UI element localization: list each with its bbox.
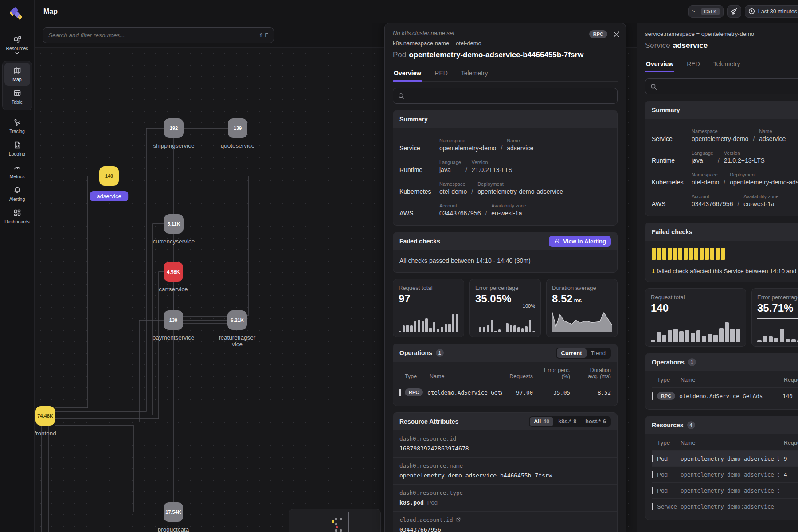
tab-red[interactable]: RED <box>686 57 701 72</box>
resource-attribute[interactable]: dash0.resource.nameopentelemetry-demo-ad… <box>393 457 617 484</box>
map-node-productcatalog[interactable]: 17.54K <box>164 502 183 522</box>
field-value: 034437667956 <box>439 210 481 217</box>
map-node-shippingservice[interactable]: 192 <box>164 118 184 138</box>
field-key: Namespace <box>439 181 467 187</box>
operation-row[interactable]: RPC oteldemo.AdService GetAds 140 <box>652 387 798 404</box>
chart-bar <box>406 325 409 332</box>
map-node-label: featureflagservice <box>206 334 268 348</box>
resource-attribute[interactable]: dash0.resource.id16879839242863974678 <box>393 430 617 457</box>
sidebar-item-logging[interactable]: Logging <box>3 137 32 160</box>
field-value: opentelemetry-demo <box>439 145 496 152</box>
operation-row[interactable]: RPC oteldemo.AdService GetAds 97.00 35.0… <box>399 384 611 400</box>
failed-count: 1 <box>652 268 655 274</box>
tab-red[interactable]: RED <box>434 66 449 81</box>
field-separator: / <box>471 188 473 195</box>
map-node-label: quoteservice <box>207 142 269 149</box>
operations-table: Type Name Requests RPC oteldemo.AdServic… <box>645 371 798 409</box>
map-node-frontend[interactable]: 74.48K <box>35 406 55 426</box>
summary-fields: Namespaceopentelemetry-demo/Nameadservic… <box>692 129 786 142</box>
map-node-featureflagservice[interactable]: 6.21K <box>227 310 247 330</box>
sidebar-item-resources[interactable]: Resources <box>3 32 32 58</box>
sidebar-item-dashboards[interactable]: Dashboards <box>3 205 32 228</box>
map-node-currencyservice[interactable]: 5.11K <box>164 214 184 234</box>
col-error-perc: Error perc. (%) <box>542 367 570 379</box>
tracing-icon <box>13 118 22 127</box>
summary-field: Version21.0.2+13-LTS <box>472 160 512 173</box>
pod-panel-corner: RPC <box>589 30 619 38</box>
close-button[interactable] <box>614 31 619 37</box>
minimap-node-dot <box>335 518 337 520</box>
sidebar-item-metrics[interactable]: Metrics <box>3 160 32 183</box>
minimap-node-dot <box>335 529 337 532</box>
summary-field: Availability zoneeu-west-1a <box>491 203 526 217</box>
service-search-box[interactable] <box>645 78 798 94</box>
command-palette-button[interactable]: >_ Ctrl K <box>688 5 724 18</box>
resource-name: opentelemetry-demo-adservice-b… <box>681 455 779 462</box>
sidebar-item-map[interactable]: Map <box>4 63 30 86</box>
summary-row: ServiceNamespaceopentelemetry-demo/Namea… <box>393 131 617 156</box>
attribute-value-suffix: Pod <box>427 499 438 506</box>
minimap-viewport[interactable] <box>328 512 349 532</box>
resource-row[interactable]: Serviceopentelemetry-demo:adservice <box>652 498 798 514</box>
telescope-button[interactable] <box>727 5 741 18</box>
tab-telemetry[interactable]: Telemetry <box>460 66 489 81</box>
summary-row-label: Kubernetes <box>652 179 692 186</box>
sidebar-item-label: Alerting <box>9 196 25 202</box>
rpc-type-badge: RPC <box>589 30 607 38</box>
chart-bar <box>414 321 417 332</box>
resource-type-label: Pod <box>393 51 406 59</box>
toggle-trend[interactable]: Trend <box>587 348 610 358</box>
map-node-cartservice[interactable]: 4.98K <box>164 262 183 282</box>
alerting-icon <box>13 186 22 195</box>
sidebar-item-label: Resources <box>6 46 28 51</box>
field-separator: / <box>753 135 755 142</box>
attr-filter-host[interactable]: host.*6 <box>581 417 610 426</box>
resource-name: opentelemetry-demo-adservice-b… <box>681 487 779 494</box>
selected-node-badge[interactable]: adservice <box>90 191 128 201</box>
attr-filter-count: 40 <box>543 419 549 425</box>
resource-type: Pod <box>657 455 677 462</box>
sidebar-item-tracing[interactable]: Tracing <box>3 115 32 137</box>
pod-search-input[interactable] <box>408 93 612 99</box>
map-node-adservice[interactable]: 140 <box>99 166 119 186</box>
pod-stats: Request total 97 Error percentage 35.05%… <box>393 279 618 337</box>
resource-attribute[interactable]: dash0.resource.typek8s.podPod <box>393 484 617 511</box>
metrics-icon <box>13 163 22 172</box>
time-range-picker[interactable]: Last 30 minutes <box>745 5 798 18</box>
summary-field: Availability zoneeu-west-1a <box>743 194 778 207</box>
attr-filter-All[interactable]: All40 <box>530 417 553 426</box>
sidebar-item-label: Logging <box>9 151 25 156</box>
resource-row[interactable]: Podopentelemetry-demo-adservice-b…4 <box>652 466 798 482</box>
map-node-label: frontend <box>35 430 76 437</box>
failed-checks-card: Failed checks 1 failed check affected th… <box>645 223 798 282</box>
minimap[interactable] <box>289 509 381 532</box>
tab-overview[interactable]: Overview <box>645 57 674 72</box>
service-search-input[interactable] <box>661 83 798 90</box>
attr-filter-k8s[interactable]: k8s.*8 <box>554 417 580 426</box>
summary-field: Version21.0.2+13-LTS <box>724 150 765 164</box>
sidebar-item-alerting[interactable]: Alerting <box>3 183 32 205</box>
field-value: 21.0.2+13-LTS <box>472 166 512 173</box>
pod-search-box[interactable] <box>393 88 618 104</box>
summary-fields: Account034437667956/Availability zoneeu-… <box>692 194 778 207</box>
resource-row[interactable]: Podopentelemetry-demo-adservice-b…9 <box>652 450 798 466</box>
summary-header: Summary <box>393 110 617 128</box>
axis-line <box>475 309 535 309</box>
summary-fields: Namespaceotel-demo/Deploymentopentelemet… <box>692 172 798 186</box>
tab-overview[interactable]: Overview <box>393 66 422 81</box>
sidebar-item-table[interactable]: Table <box>4 86 30 108</box>
resource-row[interactable]: Podopentelemetry-demo-adservice-b… <box>652 482 798 498</box>
row-accent-bar <box>399 389 401 396</box>
tab-telemetry[interactable]: Telemetry <box>712 57 741 72</box>
sidebar-item-label: Metrics <box>10 174 25 179</box>
col-name: Name <box>681 377 779 383</box>
resource-attribute[interactable]: cloud.account.id034437667956 <box>393 511 617 532</box>
chart-bar <box>651 340 655 342</box>
field-key: Deployment <box>730 172 798 177</box>
map-node-paymentservice[interactable]: 139 <box>164 310 183 330</box>
chart-bar <box>429 328 432 332</box>
view-in-alerting-button[interactable]: View in Alerting <box>549 236 611 247</box>
toggle-current[interactable]: Current <box>557 348 587 358</box>
chart-bar <box>529 320 532 332</box>
map-node-quoteservice[interactable]: 139 <box>228 118 247 138</box>
